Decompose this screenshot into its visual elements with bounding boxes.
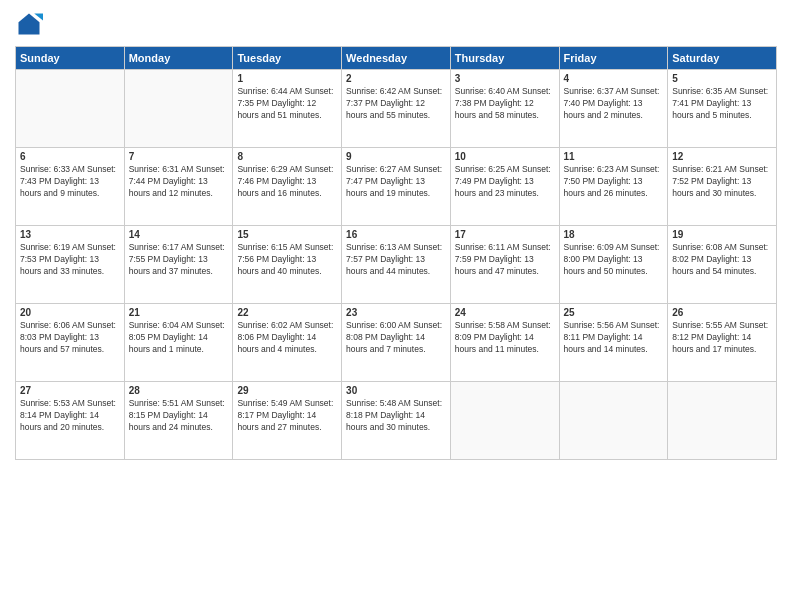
day-info: Sunrise: 6:19 AM Sunset: 7:53 PM Dayligh… bbox=[20, 242, 120, 278]
day-number: 12 bbox=[672, 151, 772, 162]
logo bbox=[15, 10, 47, 38]
day-number: 27 bbox=[20, 385, 120, 396]
day-cell: 18Sunrise: 6:09 AM Sunset: 8:00 PM Dayli… bbox=[559, 226, 668, 304]
day-cell: 21Sunrise: 6:04 AM Sunset: 8:05 PM Dayli… bbox=[124, 304, 233, 382]
day-number: 23 bbox=[346, 307, 446, 318]
week-row-3: 13Sunrise: 6:19 AM Sunset: 7:53 PM Dayli… bbox=[16, 226, 777, 304]
day-cell: 1Sunrise: 6:44 AM Sunset: 7:35 PM Daylig… bbox=[233, 70, 342, 148]
day-number: 21 bbox=[129, 307, 229, 318]
day-cell: 15Sunrise: 6:15 AM Sunset: 7:56 PM Dayli… bbox=[233, 226, 342, 304]
day-cell: 6Sunrise: 6:33 AM Sunset: 7:43 PM Daylig… bbox=[16, 148, 125, 226]
day-info: Sunrise: 6:06 AM Sunset: 8:03 PM Dayligh… bbox=[20, 320, 120, 356]
day-info: Sunrise: 6:02 AM Sunset: 8:06 PM Dayligh… bbox=[237, 320, 337, 356]
day-cell: 24Sunrise: 5:58 AM Sunset: 8:09 PM Dayli… bbox=[450, 304, 559, 382]
day-cell: 3Sunrise: 6:40 AM Sunset: 7:38 PM Daylig… bbox=[450, 70, 559, 148]
day-cell: 20Sunrise: 6:06 AM Sunset: 8:03 PM Dayli… bbox=[16, 304, 125, 382]
day-info: Sunrise: 5:58 AM Sunset: 8:09 PM Dayligh… bbox=[455, 320, 555, 356]
day-cell: 13Sunrise: 6:19 AM Sunset: 7:53 PM Dayli… bbox=[16, 226, 125, 304]
week-row-4: 20Sunrise: 6:06 AM Sunset: 8:03 PM Dayli… bbox=[16, 304, 777, 382]
day-number: 20 bbox=[20, 307, 120, 318]
day-info: Sunrise: 6:44 AM Sunset: 7:35 PM Dayligh… bbox=[237, 86, 337, 122]
day-cell: 29Sunrise: 5:49 AM Sunset: 8:17 PM Dayli… bbox=[233, 382, 342, 460]
day-number: 29 bbox=[237, 385, 337, 396]
day-cell bbox=[450, 382, 559, 460]
day-cell bbox=[668, 382, 777, 460]
day-cell: 14Sunrise: 6:17 AM Sunset: 7:55 PM Dayli… bbox=[124, 226, 233, 304]
day-info: Sunrise: 6:31 AM Sunset: 7:44 PM Dayligh… bbox=[129, 164, 229, 200]
day-number: 17 bbox=[455, 229, 555, 240]
svg-marker-0 bbox=[19, 14, 40, 35]
day-number: 4 bbox=[564, 73, 664, 84]
day-cell: 23Sunrise: 6:00 AM Sunset: 8:08 PM Dayli… bbox=[342, 304, 451, 382]
day-number: 11 bbox=[564, 151, 664, 162]
day-info: Sunrise: 5:55 AM Sunset: 8:12 PM Dayligh… bbox=[672, 320, 772, 356]
day-info: Sunrise: 5:51 AM Sunset: 8:15 PM Dayligh… bbox=[129, 398, 229, 434]
day-info: Sunrise: 6:35 AM Sunset: 7:41 PM Dayligh… bbox=[672, 86, 772, 122]
day-cell: 28Sunrise: 5:51 AM Sunset: 8:15 PM Dayli… bbox=[124, 382, 233, 460]
day-info: Sunrise: 6:21 AM Sunset: 7:52 PM Dayligh… bbox=[672, 164, 772, 200]
day-number: 14 bbox=[129, 229, 229, 240]
day-info: Sunrise: 6:11 AM Sunset: 7:59 PM Dayligh… bbox=[455, 242, 555, 278]
day-info: Sunrise: 5:48 AM Sunset: 8:18 PM Dayligh… bbox=[346, 398, 446, 434]
day-cell: 26Sunrise: 5:55 AM Sunset: 8:12 PM Dayli… bbox=[668, 304, 777, 382]
day-cell bbox=[16, 70, 125, 148]
day-number: 16 bbox=[346, 229, 446, 240]
day-cell: 30Sunrise: 5:48 AM Sunset: 8:18 PM Dayli… bbox=[342, 382, 451, 460]
day-info: Sunrise: 6:29 AM Sunset: 7:46 PM Dayligh… bbox=[237, 164, 337, 200]
day-info: Sunrise: 6:37 AM Sunset: 7:40 PM Dayligh… bbox=[564, 86, 664, 122]
day-number: 10 bbox=[455, 151, 555, 162]
day-number: 24 bbox=[455, 307, 555, 318]
day-info: Sunrise: 5:49 AM Sunset: 8:17 PM Dayligh… bbox=[237, 398, 337, 434]
day-info: Sunrise: 6:08 AM Sunset: 8:02 PM Dayligh… bbox=[672, 242, 772, 278]
day-cell bbox=[559, 382, 668, 460]
day-info: Sunrise: 6:23 AM Sunset: 7:50 PM Dayligh… bbox=[564, 164, 664, 200]
page: SundayMondayTuesdayWednesdayThursdayFrid… bbox=[0, 0, 792, 612]
day-cell: 9Sunrise: 6:27 AM Sunset: 7:47 PM Daylig… bbox=[342, 148, 451, 226]
day-cell: 25Sunrise: 5:56 AM Sunset: 8:11 PM Dayli… bbox=[559, 304, 668, 382]
day-number: 19 bbox=[672, 229, 772, 240]
day-info: Sunrise: 6:33 AM Sunset: 7:43 PM Dayligh… bbox=[20, 164, 120, 200]
day-cell: 16Sunrise: 6:13 AM Sunset: 7:57 PM Dayli… bbox=[342, 226, 451, 304]
weekday-saturday: Saturday bbox=[668, 47, 777, 70]
day-cell: 5Sunrise: 6:35 AM Sunset: 7:41 PM Daylig… bbox=[668, 70, 777, 148]
day-number: 3 bbox=[455, 73, 555, 84]
week-row-5: 27Sunrise: 5:53 AM Sunset: 8:14 PM Dayli… bbox=[16, 382, 777, 460]
day-number: 5 bbox=[672, 73, 772, 84]
weekday-header-row: SundayMondayTuesdayWednesdayThursdayFrid… bbox=[16, 47, 777, 70]
weekday-sunday: Sunday bbox=[16, 47, 125, 70]
day-info: Sunrise: 6:17 AM Sunset: 7:55 PM Dayligh… bbox=[129, 242, 229, 278]
day-info: Sunrise: 6:15 AM Sunset: 7:56 PM Dayligh… bbox=[237, 242, 337, 278]
day-cell: 11Sunrise: 6:23 AM Sunset: 7:50 PM Dayli… bbox=[559, 148, 668, 226]
calendar-table: SundayMondayTuesdayWednesdayThursdayFrid… bbox=[15, 46, 777, 460]
weekday-tuesday: Tuesday bbox=[233, 47, 342, 70]
weekday-thursday: Thursday bbox=[450, 47, 559, 70]
day-info: Sunrise: 6:09 AM Sunset: 8:00 PM Dayligh… bbox=[564, 242, 664, 278]
day-cell: 7Sunrise: 6:31 AM Sunset: 7:44 PM Daylig… bbox=[124, 148, 233, 226]
day-info: Sunrise: 6:04 AM Sunset: 8:05 PM Dayligh… bbox=[129, 320, 229, 356]
day-cell: 12Sunrise: 6:21 AM Sunset: 7:52 PM Dayli… bbox=[668, 148, 777, 226]
day-number: 6 bbox=[20, 151, 120, 162]
day-number: 13 bbox=[20, 229, 120, 240]
day-number: 9 bbox=[346, 151, 446, 162]
day-info: Sunrise: 6:13 AM Sunset: 7:57 PM Dayligh… bbox=[346, 242, 446, 278]
day-cell: 17Sunrise: 6:11 AM Sunset: 7:59 PM Dayli… bbox=[450, 226, 559, 304]
day-cell: 19Sunrise: 6:08 AM Sunset: 8:02 PM Dayli… bbox=[668, 226, 777, 304]
day-number: 8 bbox=[237, 151, 337, 162]
logo-icon bbox=[15, 10, 43, 38]
weekday-monday: Monday bbox=[124, 47, 233, 70]
day-number: 22 bbox=[237, 307, 337, 318]
day-info: Sunrise: 6:25 AM Sunset: 7:49 PM Dayligh… bbox=[455, 164, 555, 200]
weekday-wednesday: Wednesday bbox=[342, 47, 451, 70]
day-cell: 2Sunrise: 6:42 AM Sunset: 7:37 PM Daylig… bbox=[342, 70, 451, 148]
day-info: Sunrise: 6:27 AM Sunset: 7:47 PM Dayligh… bbox=[346, 164, 446, 200]
day-number: 30 bbox=[346, 385, 446, 396]
day-cell: 8Sunrise: 6:29 AM Sunset: 7:46 PM Daylig… bbox=[233, 148, 342, 226]
day-number: 25 bbox=[564, 307, 664, 318]
day-info: Sunrise: 5:53 AM Sunset: 8:14 PM Dayligh… bbox=[20, 398, 120, 434]
week-row-1: 1Sunrise: 6:44 AM Sunset: 7:35 PM Daylig… bbox=[16, 70, 777, 148]
day-number: 1 bbox=[237, 73, 337, 84]
day-cell: 22Sunrise: 6:02 AM Sunset: 8:06 PM Dayli… bbox=[233, 304, 342, 382]
day-info: Sunrise: 6:40 AM Sunset: 7:38 PM Dayligh… bbox=[455, 86, 555, 122]
week-row-2: 6Sunrise: 6:33 AM Sunset: 7:43 PM Daylig… bbox=[16, 148, 777, 226]
day-info: Sunrise: 6:00 AM Sunset: 8:08 PM Dayligh… bbox=[346, 320, 446, 356]
